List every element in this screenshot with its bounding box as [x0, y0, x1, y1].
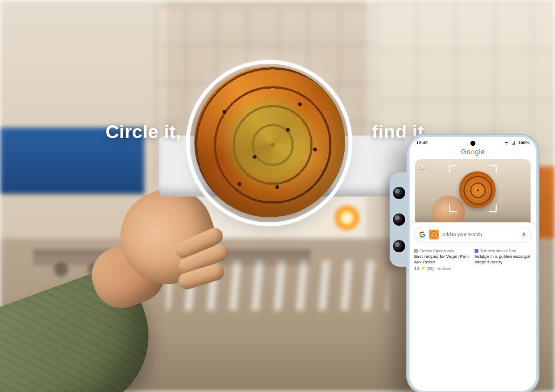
result-title: Indulge in a golden escargot shaped past…: [475, 254, 532, 265]
result-card[interactable]: The best kind of Pain Indulge in a golde…: [475, 247, 532, 265]
wifi-icon: [504, 141, 509, 145]
punch-hole-camera-icon: [471, 141, 476, 146]
result-source: Classic Confections: [420, 249, 453, 253]
camera-lens-icon: [393, 187, 405, 199]
phone-mockup: 12:45 100% Google ✕ Add to your searc: [406, 134, 539, 392]
favicon-icon: [414, 249, 418, 253]
result-rating: 4.0 ★ (30) · In stock: [414, 266, 471, 271]
mic-icon[interactable]: [521, 232, 527, 237]
headline-left: Circle it,: [105, 121, 181, 142]
close-icon[interactable]: ✕: [420, 164, 425, 171]
google-logo: Google: [410, 147, 536, 156]
results-sheet: Add to your search Classic Confections B…: [410, 222, 536, 391]
circle-to-search-ring: [186, 60, 352, 226]
phone-screen: 12:45 100% Google ✕ Add to your searc: [410, 137, 536, 391]
camera-lens-icon: [393, 240, 405, 252]
crop-handles-icon[interactable]: [449, 165, 497, 212]
result-card[interactable]: Classic Confections Best recipes for Veg…: [414, 247, 471, 271]
phone-camera-module: [390, 172, 408, 267]
stock-label: In stock: [438, 267, 451, 271]
google-g-icon: [419, 231, 426, 238]
star-icon: ★: [421, 266, 425, 271]
signal-icon: [511, 141, 516, 145]
result-title: Best recipes for Vegan Pain Aux Raisin: [414, 254, 471, 265]
lens-capture-preview[interactable]: ✕: [415, 159, 531, 226]
results-grid: Classic Confections Best recipes for Veg…: [414, 247, 532, 274]
status-battery: 100%: [518, 140, 529, 145]
rating-value: 4.0: [414, 267, 420, 271]
traffic-light-glow: [333, 204, 361, 232]
result-source: The best kind of Pain: [480, 249, 517, 253]
status-time: 12:45: [416, 140, 427, 145]
favicon-icon: [475, 249, 478, 253]
advertising-scene: Circle it, find it 12:45 100% Google ✕: [0, 0, 555, 392]
camera-lens-icon: [393, 213, 405, 226]
search-chip-thumbnail: [429, 230, 439, 240]
search-input[interactable]: Add to your search: [414, 227, 532, 242]
rating-count: (30): [427, 267, 433, 271]
search-placeholder: Add to your search: [442, 232, 518, 237]
